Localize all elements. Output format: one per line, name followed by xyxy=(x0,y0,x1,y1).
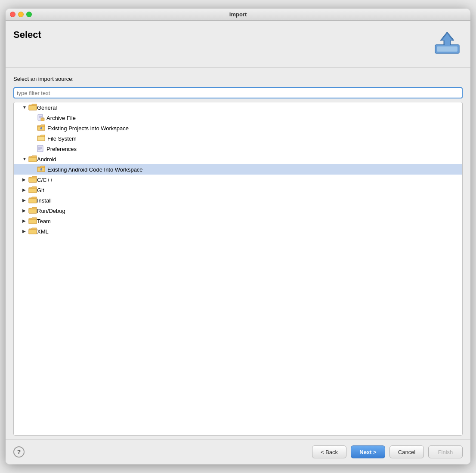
label-android: Android xyxy=(37,156,56,163)
folder-icon-xml xyxy=(28,227,37,235)
label-existing-projects: Existing Projects into Workspace xyxy=(47,125,129,132)
filter-input[interactable] xyxy=(13,87,463,98)
page-title: Select xyxy=(13,29,41,40)
label-cpp: C/C++ xyxy=(37,177,53,183)
label-git: Git xyxy=(37,187,44,194)
main-body: Select an import source: General xyxy=(6,68,470,439)
tree-item-existing-android[interactable]: Existing Android Code Into Workspace xyxy=(14,164,462,175)
footer-left: ? xyxy=(13,446,25,458)
tree-item-install[interactable]: Install xyxy=(14,195,462,206)
folder-icon-install xyxy=(28,197,37,204)
triangle-cpp xyxy=(22,177,28,182)
folder-icon-general xyxy=(28,104,37,111)
footer-buttons: < Back Next > Cancel Finish xyxy=(312,445,463,458)
header-section: Select xyxy=(6,21,470,68)
window-content: Select Select an import source: xyxy=(6,21,470,464)
triangle-rundebug xyxy=(22,208,28,213)
tree-item-preferences[interactable]: Preferences xyxy=(14,144,462,154)
folder-icon-cpp xyxy=(28,176,37,184)
label-xml: XML xyxy=(37,228,49,235)
label-existing-android: Existing Android Code Into Workspace xyxy=(47,166,143,173)
tree-item-file-system[interactable]: File System xyxy=(14,133,462,144)
window-title: Import xyxy=(229,11,247,18)
folder-icon-team xyxy=(28,217,37,225)
tree-item-android[interactable]: Android xyxy=(14,154,462,164)
minimize-button[interactable] xyxy=(18,12,24,17)
folder-icon-rundebug xyxy=(28,207,37,215)
traffic-lights xyxy=(10,12,32,17)
folder-icon-git xyxy=(28,186,37,194)
svg-rect-11 xyxy=(37,145,43,152)
icon-existing-projects xyxy=(37,124,46,132)
close-button[interactable] xyxy=(10,12,15,17)
triangle-team xyxy=(22,218,28,224)
maximize-button[interactable] xyxy=(26,12,32,17)
label-file-system: File System xyxy=(47,135,77,142)
tree-item-team[interactable]: Team xyxy=(14,216,462,226)
tree-item-general[interactable]: General xyxy=(14,102,462,113)
import-icon xyxy=(432,28,463,58)
titlebar: Import xyxy=(6,9,470,21)
import-window: Import Select Select an xyxy=(6,9,470,464)
label-install: Install xyxy=(37,197,52,204)
tree-item-xml[interactable]: XML xyxy=(14,226,462,236)
tree-item-git[interactable]: Git xyxy=(14,185,462,195)
import-icon-svg xyxy=(433,28,462,58)
icon-existing-android xyxy=(37,166,46,173)
folder-icon-android xyxy=(28,155,37,163)
label-rundebug: Run/Debug xyxy=(37,208,65,214)
icon-archive-file xyxy=(37,114,45,122)
footer: ? < Back Next > Cancel Finish xyxy=(6,439,470,464)
tree-item-existing-projects[interactable]: Existing Projects into Workspace xyxy=(14,123,462,133)
tree-item-archive-file[interactable]: Archive File xyxy=(14,113,462,123)
icon-preferences xyxy=(37,145,45,153)
tree-item-rundebug[interactable]: Run/Debug xyxy=(14,206,462,216)
back-button[interactable]: < Back xyxy=(312,445,346,458)
label-team: Team xyxy=(37,218,51,224)
tree-item-cpp[interactable]: C/C++ xyxy=(14,175,462,185)
triangle-install xyxy=(22,198,28,203)
help-label: ? xyxy=(17,448,21,455)
triangle-general xyxy=(22,105,28,110)
label-archive-file: Archive File xyxy=(46,115,76,121)
next-button[interactable]: Next > xyxy=(351,445,385,458)
triangle-android xyxy=(22,157,28,162)
finish-button[interactable]: Finish xyxy=(428,445,463,458)
label-general: General xyxy=(37,104,57,111)
icon-file-system xyxy=(37,135,46,142)
help-button[interactable]: ? xyxy=(13,446,25,458)
tree-container[interactable]: General xyxy=(13,102,463,436)
cancel-button[interactable]: Cancel xyxy=(389,445,424,458)
triangle-git xyxy=(22,187,28,193)
import-source-label: Select an import source: xyxy=(13,76,463,82)
svg-rect-1 xyxy=(437,46,457,52)
triangle-xml xyxy=(22,229,28,234)
label-preferences: Preferences xyxy=(46,146,77,152)
